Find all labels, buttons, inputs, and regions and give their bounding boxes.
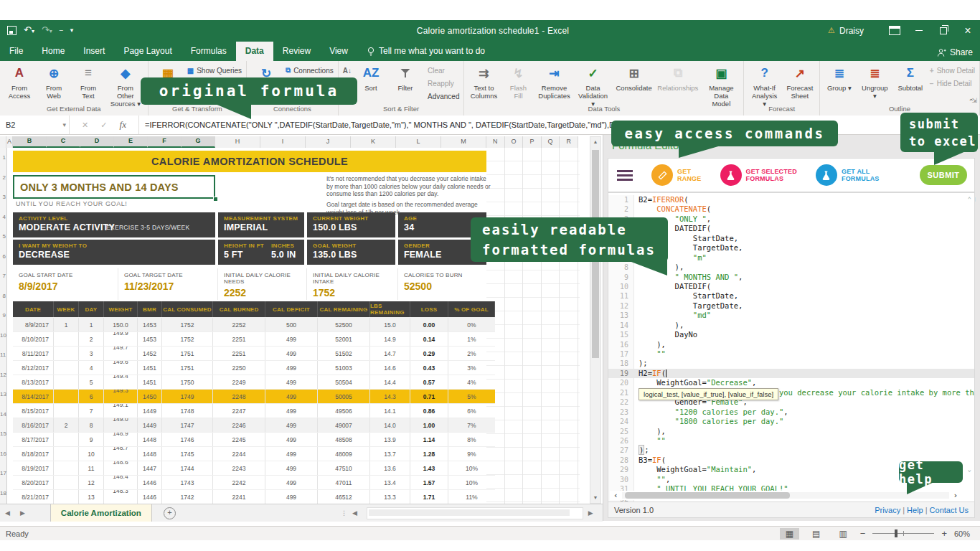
cell[interactable]: 0.71 xyxy=(410,390,448,403)
column-header-weight[interactable]: WEIGHT xyxy=(104,301,138,317)
cell[interactable]: 1742 xyxy=(162,490,213,504)
cell[interactable]: 51003 xyxy=(318,361,370,375)
ribbon-button-forecast-sheet[interactable]: ↗Forecast Sheet xyxy=(783,62,817,101)
tab-bar-splitter[interactable]: ⋮ xyxy=(341,509,347,517)
cell[interactable]: 1751 xyxy=(162,347,213,360)
page-break-view-icon[interactable]: ▥ xyxy=(833,528,852,540)
cell[interactable]: 8/12/2017 xyxy=(13,361,54,375)
cell[interactable]: 1751 xyxy=(162,361,213,375)
cell[interactable]: 149.0 xyxy=(104,418,138,432)
cell[interactable]: 1.71 xyxy=(410,490,448,504)
cell[interactable]: 148.3 xyxy=(104,490,138,504)
cell[interactable]: 1.00 xyxy=(410,418,448,432)
cell[interactable]: 1.14 xyxy=(410,433,448,446)
cell[interactable]: 1449 xyxy=(138,404,162,418)
cell[interactable]: 8% xyxy=(448,433,495,446)
cell[interactable]: 13.3 xyxy=(370,490,410,504)
cell[interactable]: 1743 xyxy=(162,476,213,489)
column-header-cal-remaining[interactable]: CAL REMAINING xyxy=(318,301,370,317)
share-button[interactable]: Share xyxy=(937,47,973,57)
code-line-10[interactable]: 10 DATEDIF( xyxy=(608,282,974,291)
cell[interactable]: 500 xyxy=(265,318,318,331)
column-header-G[interactable]: G xyxy=(182,136,215,148)
row-header-11[interactable]: 11 xyxy=(0,345,6,365)
zoom-slider[interactable] xyxy=(872,533,934,534)
cell[interactable]: 13.6 xyxy=(370,461,410,475)
customize-qat-icon[interactable]: ‒ xyxy=(60,26,63,35)
cell[interactable]: 0.43 xyxy=(410,361,448,375)
cell[interactable]: 8/9/2017 xyxy=(13,318,54,331)
ribbon-button-connections[interactable]: ⧉Connections xyxy=(283,64,336,77)
cell[interactable]: 14.6 xyxy=(370,361,410,375)
next-sheet-icon[interactable]: ▶ xyxy=(15,509,30,517)
ribbon-button-consolidate[interactable]: ⊞Consolidate xyxy=(613,62,655,93)
code-line-16[interactable]: 16 ), xyxy=(608,340,974,349)
cell[interactable]: 10 xyxy=(79,447,104,461)
ribbon-button-flash-fill[interactable]: ↯Flash Fill xyxy=(501,62,535,101)
cell[interactable]: 7 xyxy=(79,404,104,418)
ribbon-button-relationships[interactable]: ⧉Relationships xyxy=(655,62,702,93)
cell[interactable]: 148.6 xyxy=(104,461,138,475)
column-header-N[interactable]: N xyxy=(486,136,505,148)
column-header-Q[interactable]: Q xyxy=(542,136,560,148)
cell[interactable]: 149.4 xyxy=(104,375,138,389)
ribbon-button-from-other-sources[interactable]: ◆From Other Sources ▾ xyxy=(105,62,146,109)
cell[interactable]: 1750 xyxy=(162,375,213,389)
row-header-12[interactable]: 12 xyxy=(0,365,6,385)
column-header-lbs-remaining[interactable]: LBS REMAINING xyxy=(370,301,410,317)
cell[interactable]: 1450 xyxy=(138,390,162,403)
cell[interactable] xyxy=(54,433,79,446)
row-header-2[interactable]: 2 xyxy=(0,168,6,188)
name-box[interactable]: B2 ▾ xyxy=(0,116,70,134)
cell[interactable]: 499 xyxy=(265,347,318,360)
row-header-6[interactable]: 6 xyxy=(0,247,6,267)
cell[interactable]: 8/14/2017 xyxy=(13,390,54,403)
cell[interactable]: 0.29 xyxy=(410,347,448,360)
ribbon-button-sort[interactable]: AZSort xyxy=(354,62,388,93)
cell[interactable]: 499 xyxy=(265,332,318,346)
sheet-horizontal-scrollbar[interactable] xyxy=(367,507,583,519)
cell[interactable]: 14.9 xyxy=(370,332,410,346)
sheet-title-banner[interactable]: CALORIE AMORTIZATION SCHEDULE xyxy=(13,151,486,172)
cell[interactable]: 8/20/2017 xyxy=(13,476,54,489)
cell[interactable]: 2248 xyxy=(213,390,265,403)
sheet-grid[interactable]: CALORIE AMORTIZATION SCHEDULE ONLY 3 MON… xyxy=(7,148,590,504)
row-header-17[interactable]: 17 xyxy=(0,463,6,484)
code-line-24[interactable]: 24 "1800 calories per day." xyxy=(608,417,974,426)
column-header-week[interactable]: WEEK xyxy=(54,301,79,317)
cell[interactable]: 1749 xyxy=(162,390,213,403)
cell[interactable]: 2251 xyxy=(213,332,265,346)
cell[interactable]: 9% xyxy=(448,447,495,461)
cell[interactable]: 2250 xyxy=(213,361,265,375)
cell[interactable]: 11 xyxy=(79,461,104,475)
cell[interactable]: 499 xyxy=(265,418,318,432)
row-header-5[interactable]: 5 xyxy=(0,227,6,247)
stat-initial-daily-calorie-needs[interactable]: INITIAL DAILY CALORIE NEEDS2252 xyxy=(218,268,307,300)
cancel-icon[interactable]: ✕ xyxy=(82,121,88,130)
row-header-10[interactable]: 10 xyxy=(0,326,6,346)
stat-initial-daily-calorie-intake[interactable]: INITIAL DAILY CALORIE INTAKE1752 xyxy=(307,268,398,300)
column-header-cal-burned[interactable]: CAL BURNED xyxy=(213,301,265,317)
cell[interactable]: 52500 xyxy=(318,318,370,331)
cell[interactable]: 499 xyxy=(265,490,318,504)
code-line-19[interactable]: 19H2=IF( xyxy=(608,369,974,378)
cell[interactable]: 1448 xyxy=(138,433,162,446)
undo-icon[interactable]: ↶▾ xyxy=(24,25,34,36)
cell[interactable]: 499 xyxy=(265,375,318,389)
ribbon-button-what-if-analysis[interactable]: ?What-If Analysis ▾ xyxy=(746,62,782,109)
cell[interactable]: 2252 xyxy=(213,318,265,331)
ribbon-tab-tell-me-what-you-want-to-do[interactable]: Tell me what you want to do xyxy=(357,42,494,61)
cell[interactable]: 150.0 xyxy=(104,318,138,331)
column-header-L[interactable]: L xyxy=(396,136,441,148)
cell[interactable]: 8/16/2017 xyxy=(13,418,54,432)
scroll-down-icon[interactable]: ▼ xyxy=(590,493,600,503)
info-card-activity-level[interactable]: ACTIVITY LEVELMODERATE ACTIVITYEXERCISE … xyxy=(13,212,215,237)
table-row[interactable]: 8/10/20172149.91453175222514995200114.90… xyxy=(13,332,495,347)
stat-goal-target-date[interactable]: GOAL TARGET DATE11/23/2017 xyxy=(118,268,218,300)
cell[interactable] xyxy=(54,375,79,389)
table-row[interactable]: 8/19/201711148.61447174422434994751013.6… xyxy=(13,461,495,476)
cell[interactable]: 51502 xyxy=(318,347,370,360)
cell[interactable]: 499 xyxy=(265,433,318,446)
close-button[interactable]: × xyxy=(956,20,980,41)
cell[interactable]: 1.57 xyxy=(410,476,448,489)
